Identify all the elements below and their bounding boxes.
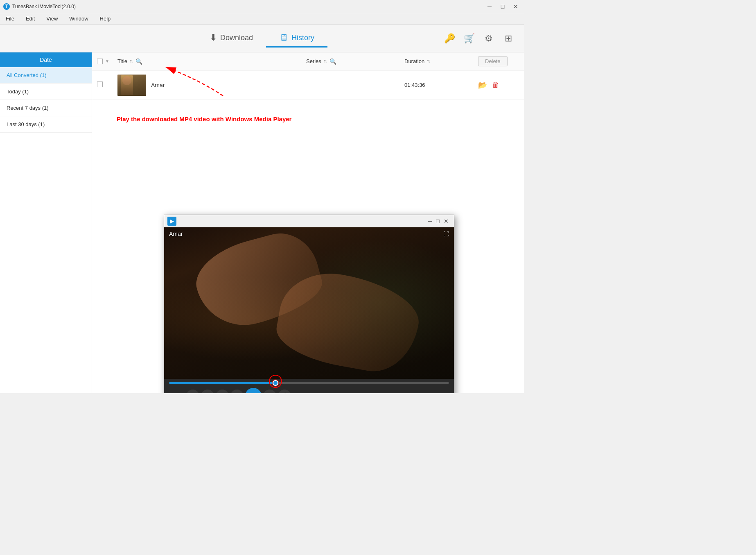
progress-track[interactable] xyxy=(169,382,449,384)
history-icon: 🖥 xyxy=(279,32,288,43)
player-title-bar: ▶ ─ □ ✕ xyxy=(164,215,454,227)
title-bar: T TunesBank iMovieTool(2.0.0) ─ □ ✕ xyxy=(0,0,524,13)
history-label: History xyxy=(291,34,314,42)
sidebar-header: Date xyxy=(0,52,92,67)
video-player: ▶ ─ □ ✕ Amar ⛶ xyxy=(164,215,454,393)
menu-bar: File Edit View Window Help xyxy=(0,13,524,25)
th-checkbox: ▼ xyxy=(97,59,117,64)
select-all-checkbox[interactable] xyxy=(97,59,103,64)
window-controls: ─ □ ✕ xyxy=(485,2,521,11)
sidebar-item-all-converted[interactable]: All Converted (1) xyxy=(0,67,92,84)
delete-row-button[interactable]: 🗑 xyxy=(492,81,499,89)
menu-view[interactable]: View xyxy=(44,14,60,23)
thumbnail-image xyxy=(117,75,146,96)
clock-button[interactable]: ⏱ xyxy=(201,390,214,393)
cart-button[interactable]: 🛒 xyxy=(462,31,476,46)
menu-file[interactable]: File xyxy=(3,14,17,23)
sidebar-item-recent-7days[interactable]: Recent 7 days (1) xyxy=(0,100,92,116)
toolbar-right: 🔑 🛒 ⚙ ⊞ xyxy=(442,31,516,46)
toolbar: ⬇ Download 🖥 History 🔑 🛒 ⚙ ⊞ xyxy=(0,25,524,52)
loop-button[interactable]: ↺ xyxy=(186,390,199,393)
duration-label: Duration xyxy=(404,58,424,64)
thumb-person xyxy=(121,75,133,95)
key-icon: 🔑 xyxy=(444,33,455,44)
sidebar: Date All Converted (1) Today (1) Recent … xyxy=(0,52,92,393)
progress-annotation xyxy=(269,375,282,388)
title-search-icon[interactable]: 🔍 xyxy=(135,58,142,65)
fullscreen-icon[interactable]: ⛶ xyxy=(443,231,449,237)
main-layout: Date All Converted (1) Today (1) Recent … xyxy=(0,52,524,393)
toolbar-nav: ⬇ Download 🖥 History xyxy=(196,29,327,48)
row-title: Amar xyxy=(146,82,306,88)
series-sort-icon[interactable]: ⇅ xyxy=(324,59,327,63)
forward-button[interactable]: ⏭ xyxy=(263,390,276,393)
row-duration: 01:43:36 xyxy=(404,82,478,88)
th-duration: Duration ⇅ xyxy=(404,58,478,64)
series-search-icon[interactable]: 🔍 xyxy=(329,58,336,65)
app-title: TunesBank iMovieTool(2.0.0) xyxy=(12,4,485,9)
content-area: ▼ Title ⇅ 🔍 Series ⇅ 🔍 Duration ⇅ Delete xyxy=(92,52,524,393)
row-select-checkbox[interactable] xyxy=(97,82,103,87)
row-actions: 📂 🗑 xyxy=(478,81,519,90)
expand-icon[interactable]: ⛶ xyxy=(443,393,449,393)
player-controls: 30:08 ↺ ⏱ ■ ⏮ ▶ ⏭ 🔊 ⛶ xyxy=(164,385,454,393)
progress-fill xyxy=(169,382,275,384)
player-close-button[interactable]: ✕ xyxy=(442,217,451,225)
th-actions: Delete xyxy=(478,56,519,66)
play-icon: ▶ xyxy=(170,218,174,224)
player-maximize-button[interactable]: □ xyxy=(434,217,442,225)
delete-button[interactable]: Delete xyxy=(478,56,508,66)
app-icon: T xyxy=(3,3,10,10)
row-thumbnail xyxy=(117,75,146,96)
table-header: ▼ Title ⇅ 🔍 Series ⇅ 🔍 Duration ⇅ Delete xyxy=(92,52,524,70)
stop-button[interactable]: ■ xyxy=(216,390,229,393)
close-button[interactable]: ✕ xyxy=(511,2,521,11)
video-title-overlay: Amar xyxy=(169,231,183,237)
key-button[interactable]: 🔑 xyxy=(442,31,457,46)
menu-help[interactable]: Help xyxy=(97,14,113,23)
minimize-button[interactable]: ─ xyxy=(485,2,494,11)
grid-button[interactable]: ⊞ xyxy=(501,31,516,46)
video-area: Amar ⛶ xyxy=(164,227,454,379)
tab-history[interactable]: 🖥 History xyxy=(266,29,327,48)
maximize-button[interactable]: □ xyxy=(498,2,508,11)
settings-button[interactable]: ⚙ xyxy=(481,31,496,46)
tab-download[interactable]: ⬇ Download xyxy=(196,29,266,48)
cart-icon: 🛒 xyxy=(464,33,475,44)
title-sort-icon[interactable]: ⇅ xyxy=(130,59,133,63)
open-file-button[interactable]: 📂 xyxy=(478,81,487,90)
download-label: Download xyxy=(220,34,253,42)
table-row: Amar 01:43:36 📂 🗑 xyxy=(92,70,524,100)
menu-window[interactable]: Window xyxy=(67,14,90,23)
title-label: Title xyxy=(117,58,127,64)
th-series: Series ⇅ 🔍 xyxy=(306,58,404,65)
row-checkbox[interactable] xyxy=(97,82,117,88)
play-pause-button[interactable]: ▶ xyxy=(245,388,262,393)
annotation-text: Play the downloaded MP4 video with Windo… xyxy=(117,116,291,122)
player-icon: ▶ xyxy=(167,217,176,226)
series-label: Series xyxy=(306,58,321,64)
player-progress-area xyxy=(164,379,454,385)
sidebar-item-today[interactable]: Today (1) xyxy=(0,84,92,100)
duration-sort-icon[interactable]: ⇅ xyxy=(427,59,430,63)
sort-icon-title: ▼ xyxy=(105,59,109,63)
menu-edit[interactable]: Edit xyxy=(23,14,37,23)
download-icon: ⬇ xyxy=(210,32,217,43)
volume-button[interactable]: 🔊 xyxy=(278,390,291,393)
grid-icon: ⊞ xyxy=(505,33,512,44)
th-title: Title ⇅ 🔍 xyxy=(117,58,306,65)
video-content xyxy=(164,227,454,379)
player-minimize-button[interactable]: ─ xyxy=(426,217,434,225)
settings-icon: ⚙ xyxy=(485,33,493,44)
rewind-button[interactable]: ⏮ xyxy=(230,390,244,393)
sidebar-item-last-30days[interactable]: Last 30 days (1) xyxy=(0,116,92,133)
